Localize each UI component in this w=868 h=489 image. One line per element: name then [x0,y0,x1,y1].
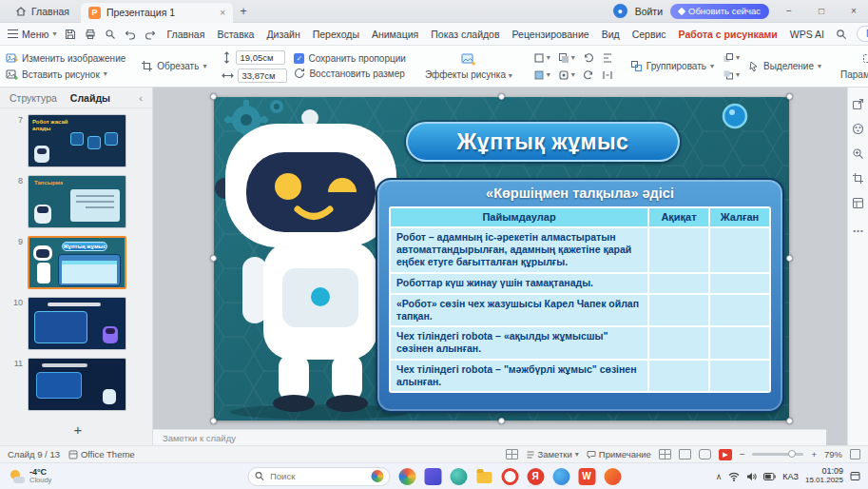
picture-style-button[interactable]: ▾ [556,68,577,82]
comment-toggle[interactable]: Примечание [587,449,651,460]
wifi-icon[interactable] [728,472,740,481]
home-tab[interactable]: Главная [4,0,81,23]
wps-app-icon[interactable]: W [578,468,595,485]
search-icon[interactable] [835,28,848,41]
slide-thumbnail-7[interactable]: 7 Робот жасай алады [10,114,146,167]
tab-vid[interactable]: Вид [600,29,622,40]
share-button[interactable]: Поделиться▾ [857,26,868,42]
resize-handle-sw[interactable] [210,418,217,424]
zoom-slider[interactable] [752,453,803,456]
selection-button[interactable]: Выделение ▾ [748,61,821,72]
tab-animatsiya[interactable]: Анимация [370,29,420,40]
resize-handle-se[interactable] [786,418,793,424]
close-tab-icon[interactable]: × [220,8,225,18]
add-slide-button[interactable]: + [10,419,146,440]
menu-button[interactable]: Меню ▾ [8,29,56,40]
keyboard-language[interactable]: КАЗ [782,472,799,481]
search-input[interactable] [270,471,361,481]
crop-panel-icon[interactable] [851,171,865,186]
crop-button[interactable]: Обрезать ▾ [141,60,206,72]
tab-glavnaya[interactable]: Главная [164,29,206,40]
tab-servis[interactable]: Сервис [630,29,668,40]
slide-thumbnail-9[interactable]: 9 Жұптық жұмыс [10,236,146,289]
clock[interactable]: 01:09 15.01.2025 [805,467,843,485]
slide-notes-area[interactable]: Заметки к слайду [153,429,826,445]
tab-pokaz-slaidov[interactable]: Показ слайдов [429,29,501,40]
redo-button[interactable] [145,28,156,41]
more-panels-icon[interactable]: … [851,221,865,235]
browser-app-icon[interactable] [501,468,518,485]
resize-handle-e[interactable] [786,255,793,262]
slide-thumbnail-11[interactable]: 11 [10,358,146,411]
height-input[interactable] [236,50,285,65]
tab-dizain[interactable]: Дизайн [264,29,301,40]
change-image-button[interactable]: Изменить изображение [6,52,125,65]
user-avatar[interactable]: ● [613,4,627,18]
zoom-level[interactable]: 79% [824,449,842,460]
width-input[interactable] [238,68,287,83]
align-objects-button[interactable] [600,51,615,65]
layout-view-icon[interactable] [506,449,518,460]
normal-view-icon[interactable] [659,449,671,460]
zoom-out-button[interactable]: − [740,449,745,460]
tab-perekhody[interactable]: Переходы [311,29,361,40]
resize-handle-ne[interactable] [786,93,793,100]
fit-to-window-icon[interactable] [850,449,860,460]
tab-slides[interactable]: Слайды [70,92,110,104]
slideshow-button[interactable]: ▶ [719,449,732,460]
tab-wps-ai[interactable]: WPS AI [788,29,826,40]
slide-thumbnail-10[interactable]: 10 [10,297,146,350]
rotate-right-button[interactable] [581,68,596,82]
collapse-sidebar-icon[interactable]: ‹ [139,92,143,104]
resize-handle-nw[interactable] [210,93,217,100]
resize-handle-n[interactable] [498,93,505,100]
weather-widget[interactable]: -4°C Cloudy [0,468,51,484]
login-button[interactable]: Войти [635,6,663,17]
battery-icon[interactable] [763,473,776,480]
app-icon-orange[interactable] [604,468,621,485]
upgrade-button[interactable]: Обновить сейчас [670,4,769,19]
file-explorer-icon[interactable] [475,468,492,485]
taskbar-search[interactable] [247,467,390,486]
slide-sorter-icon[interactable] [679,449,691,460]
rotate-left-button[interactable] [581,51,596,65]
share-panel-icon[interactable] [851,97,865,111]
parameters-button[interactable]: Параметры ▾ [837,52,868,81]
resize-handle-s[interactable] [498,418,505,424]
hidden-icons-chevron[interactable]: ∧ [716,472,723,481]
slide-thumbnail-8[interactable]: 8 Тапсырма [10,175,146,228]
tab-retsenzirovanie[interactable]: Рецензирование [511,29,591,40]
volume-icon[interactable] [746,472,757,481]
slide-canvas[interactable]: Жұптық жұмыс «Көршіңмен талқыла» әдісі П… [214,97,789,421]
minimize-button[interactable]: − [777,0,801,23]
insert-image-button[interactable]: Вставить рисунок ▾ [6,68,125,81]
notification-center-icon[interactable] [850,471,860,481]
app-icon-blue[interactable] [552,468,569,485]
restore-size-button[interactable]: Восстановить размер [294,68,405,79]
keep-proportions-checkbox[interactable]: ✓ Сохранить пропорции [294,53,405,64]
picture-fill-button[interactable]: ▾ [531,68,552,82]
group-button[interactable]: Группировать ▾ [630,60,714,72]
tab-structure[interactable]: Структура [10,92,57,104]
notes-toggle[interactable]: Заметки ▾ [526,449,579,460]
send-backward-button[interactable]: ▾ [721,68,742,82]
zoom-slider-knob[interactable] [788,450,796,458]
picture-effects-button[interactable]: Эффекты рисунка ▾ [421,51,516,81]
widgets-app-icon[interactable] [398,468,415,485]
style-panel-icon[interactable] [851,122,865,136]
close-window-button[interactable]: × [841,0,866,23]
slide-content-panel[interactable]: «Көршіңмен талқыла» әдісі Пайымдаулар Ақ… [376,178,784,413]
zoom-in-button[interactable]: + [811,449,817,460]
new-tab-button[interactable]: + [233,4,254,18]
save-button[interactable] [65,28,76,41]
print-button[interactable] [85,28,96,41]
distribute-objects-button[interactable] [600,68,615,82]
maximize-button[interactable]: □ [809,0,834,23]
undo-button[interactable] [125,28,136,41]
app-icon-purple[interactable] [424,468,441,485]
theme-indicator[interactable]: Office Theme [68,449,135,460]
print-preview-button[interactable] [105,28,116,41]
bring-forward-button[interactable]: ▾ [721,51,742,65]
app-icon-teal[interactable] [450,468,467,485]
yandex-icon[interactable]: Я [527,468,544,485]
